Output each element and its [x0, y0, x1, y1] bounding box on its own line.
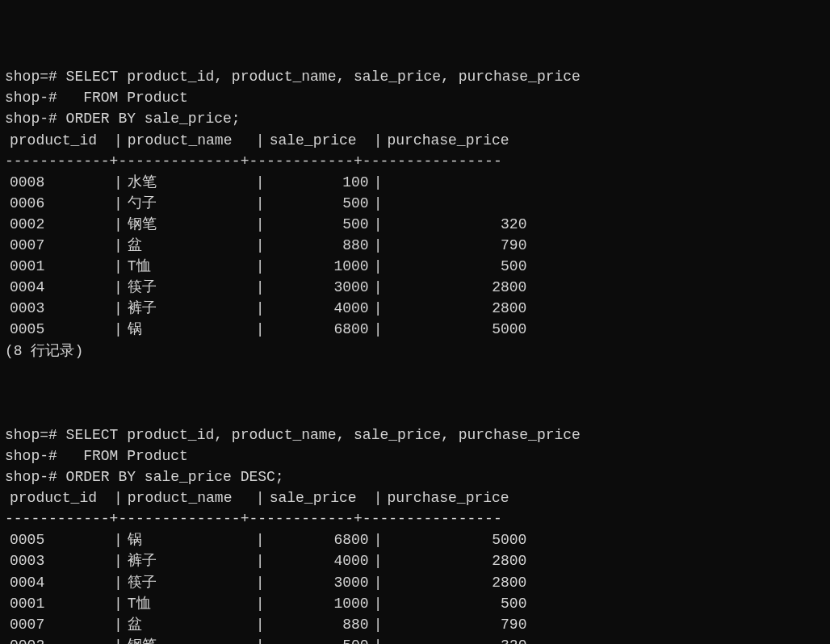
cell: 0006	[5, 193, 114, 214]
cell: 勺子	[123, 193, 256, 214]
cell: T恤	[123, 593, 256, 614]
cell: 2800	[382, 298, 531, 319]
cell: 320	[382, 635, 531, 644]
cell: 2800	[382, 277, 531, 298]
col-header: sale_price	[265, 130, 374, 151]
col-header: sale_price	[265, 487, 374, 508]
cell: 500	[382, 593, 531, 614]
cell: 790	[382, 235, 531, 256]
separator: |	[374, 130, 383, 151]
table-row: 0001|T恤|1000|500	[5, 256, 825, 277]
table-row: 0007|盆|880|790	[5, 614, 825, 635]
cell: 0001	[5, 256, 114, 277]
cell: 880	[265, 614, 374, 635]
cell: 钢笔	[123, 214, 256, 235]
cell: 0004	[5, 277, 114, 298]
cell: 6800	[265, 529, 374, 550]
terminal-output[interactable]: shop=# SELECT product_id, product_name, …	[5, 66, 825, 644]
cell: 3000	[265, 572, 374, 593]
cell: 锅	[123, 529, 256, 550]
table-row: 0003|裤子|4000|2800	[5, 550, 825, 571]
separator: |	[374, 487, 383, 508]
col-header: product_id	[5, 130, 114, 151]
table-header: product_id|product_name|sale_price|purch…	[5, 130, 825, 151]
cell: T恤	[123, 256, 256, 277]
col-header: purchase_price	[382, 130, 531, 151]
table-header: product_id|product_name|sale_price|purch…	[5, 487, 825, 508]
separator: |	[114, 487, 123, 508]
table-row: 0006|勺子|500|	[5, 193, 825, 214]
table-row: 0002|钢笔|500|320	[5, 214, 825, 235]
cell: 320	[382, 214, 531, 235]
cell: 1000	[265, 256, 374, 277]
cell	[382, 193, 531, 214]
cell: 0001	[5, 593, 114, 614]
sql-line: shop=# SELECT product_id, product_name, …	[5, 66, 825, 87]
cell: 4000	[265, 298, 374, 319]
table-row: 0003|裤子|4000|2800	[5, 298, 825, 319]
table-row: 0007|盆|880|790	[5, 235, 825, 256]
cell: 0004	[5, 572, 114, 593]
hline: ------------+--------------+------------…	[5, 508, 825, 529]
cell: 3000	[265, 277, 374, 298]
cell: 500	[265, 635, 374, 644]
table-row: 0004|筷子|3000|2800	[5, 277, 825, 298]
cell: 0002	[5, 214, 114, 235]
cell: 水笔	[123, 172, 256, 193]
table-row: 0005|锅|6800|5000	[5, 529, 825, 550]
table-row: 0004|筷子|3000|2800	[5, 572, 825, 593]
cell: 裤子	[123, 550, 256, 571]
cell: 筷子	[123, 572, 256, 593]
cell: 0005	[5, 529, 114, 550]
sql-line: shop=# SELECT product_id, product_name, …	[5, 424, 825, 445]
cell: 盆	[123, 614, 256, 635]
sql-line: shop-# ORDER BY sale_price DESC;	[5, 466, 825, 487]
cell: 0007	[5, 235, 114, 256]
sql-line: shop-# FROM Product	[5, 445, 825, 466]
cell: 0003	[5, 550, 114, 571]
cell: 5000	[382, 319, 531, 340]
cell: 钢笔	[123, 635, 256, 644]
cell: 0005	[5, 319, 114, 340]
cell: 6800	[265, 319, 374, 340]
table-row: 0002|钢笔|500|320	[5, 635, 825, 644]
cell: 筷子	[123, 277, 256, 298]
sql-line: shop-# ORDER BY sale_price;	[5, 108, 825, 129]
cell: 790	[382, 614, 531, 635]
separator: |	[256, 130, 265, 151]
cell: 880	[265, 235, 374, 256]
cell: 0007	[5, 614, 114, 635]
cell: 0002	[5, 635, 114, 644]
cell: 100	[265, 172, 374, 193]
separator: |	[256, 487, 265, 508]
table-row: 0008|水笔|100|	[5, 172, 825, 193]
cell: 500	[265, 193, 374, 214]
separator: |	[114, 130, 123, 151]
col-header: product_id	[5, 487, 114, 508]
cell: 0008	[5, 172, 114, 193]
table-row: 0001|T恤|1000|500	[5, 593, 825, 614]
blank-line	[5, 383, 825, 404]
cell: 锅	[123, 319, 256, 340]
cell: 5000	[382, 529, 531, 550]
cell: 1000	[265, 593, 374, 614]
cell: 500	[382, 256, 531, 277]
sql-line: shop-# FROM Product	[5, 87, 825, 108]
table-row: 0005|锅|6800|5000	[5, 319, 825, 340]
col-header: product_name	[123, 487, 256, 508]
cell: 500	[265, 214, 374, 235]
cell: 裤子	[123, 298, 256, 319]
cell: 2800	[382, 550, 531, 571]
cell: 0003	[5, 298, 114, 319]
cell: 2800	[382, 572, 531, 593]
cell: 盆	[123, 235, 256, 256]
cell: 4000	[265, 550, 374, 571]
col-header: product_name	[123, 130, 256, 151]
cell	[382, 172, 531, 193]
hline: ------------+--------------+------------…	[5, 151, 825, 172]
row-count: (8 行记录)	[5, 341, 825, 362]
col-header: purchase_price	[382, 487, 531, 508]
